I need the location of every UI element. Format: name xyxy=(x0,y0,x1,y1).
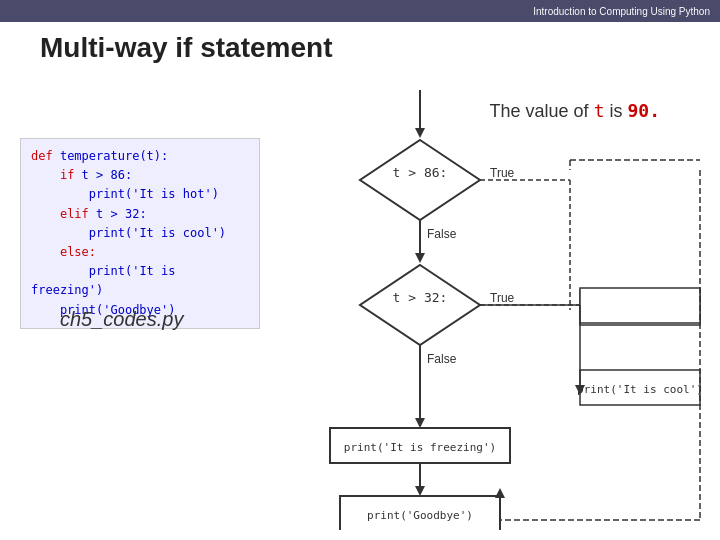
svg-marker-1 xyxy=(415,128,425,138)
svg-rect-10 xyxy=(580,288,700,323)
true-label-1: True xyxy=(490,166,515,180)
false-label-1: False xyxy=(427,227,457,241)
box4-label: print('Goodbye') xyxy=(367,509,473,522)
diamond1-label: t > 86: xyxy=(393,165,448,180)
svg-marker-8 xyxy=(360,265,480,345)
svg-marker-2 xyxy=(360,140,480,220)
header-bar: Introduction to Computing Using Python xyxy=(0,0,720,22)
svg-marker-19 xyxy=(415,486,425,496)
svg-marker-16 xyxy=(415,418,425,428)
flowchart-svg: t > 86: True print('It is hot') False t … xyxy=(270,80,710,530)
svg-marker-7 xyxy=(415,253,425,263)
diamond2-label: t > 32: xyxy=(393,290,448,305)
code-box: def temperature(t): if t > 86: print('It… xyxy=(20,138,260,329)
false-label-2: False xyxy=(427,352,457,366)
box3-label: print('It is freezing') xyxy=(344,441,496,454)
page-title: Multi-way if statement xyxy=(40,32,332,64)
svg-marker-27 xyxy=(495,488,505,498)
true-label-2: True xyxy=(490,291,515,305)
box2-label: print('It is cool') xyxy=(577,383,703,396)
filename: ch5_codes.py xyxy=(60,308,183,331)
header-title: Introduction to Computing Using Python xyxy=(533,6,710,17)
flowchart: t > 86: True print('It is hot') False t … xyxy=(270,80,710,530)
